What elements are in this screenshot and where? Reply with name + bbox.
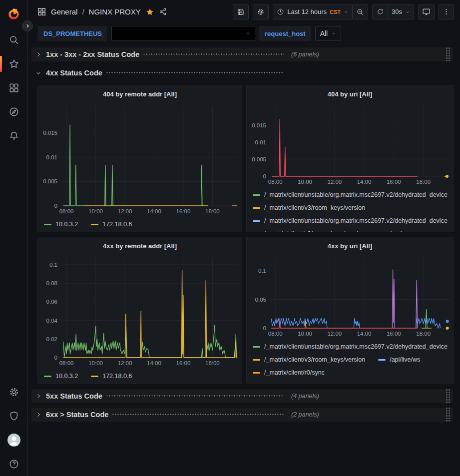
help-icon [8, 459, 19, 470]
legend-item[interactable]: 172.18.0.6 [91, 373, 132, 380]
search-icon [8, 34, 19, 45]
legend-item[interactable]: 172.18.0.6 [91, 221, 132, 228]
panel-title[interactable]: 404 by uri [All] [247, 85, 453, 102]
legend-item[interactable]: /_matrix/client/v3/room_keys/version [253, 204, 365, 211]
sidebar-item-server-admin[interactable] [0, 404, 28, 428]
zoom-out-icon [356, 8, 364, 16]
legend-item[interactable]: /_matrix/client/unstable/org.matrix.msc2… [253, 382, 448, 383]
dashboard-settings-button[interactable] [253, 4, 269, 19]
time-picker-group: Last 12 hours CST [273, 4, 368, 19]
timezone-label: CST [330, 9, 341, 15]
legend-item[interactable]: /_matrix/client/v3/room_keys/version [253, 230, 365, 232]
row-title: 4xx Status Code [46, 69, 102, 77]
svg-text:12:00: 12:00 [327, 179, 342, 185]
sidebar-item-profile[interactable] [0, 428, 28, 452]
svg-text:0.1: 0.1 [49, 262, 57, 268]
refresh-button[interactable] [372, 4, 388, 19]
zoom-out-time-button[interactable] [352, 4, 368, 19]
active-indicator [0, 56, 2, 72]
grafana-app: General / NGINX PROXY [0, 0, 460, 476]
dashboards-grid-icon [8, 82, 19, 93]
sidebar-item-explore[interactable] [0, 100, 28, 124]
legend-label: /_matrix/client/unstable/org.matrix.msc2… [264, 382, 448, 383]
time-range-picker[interactable]: Last 12 hours CST [273, 4, 353, 19]
row-drag-handle[interactable] [446, 408, 450, 422]
legend-row: /_matrix/client/v3/room_keys/version/sw.… [253, 227, 453, 232]
dotted-leader [112, 414, 284, 415]
panel-title[interactable]: 4xx by remote addr [All] [38, 237, 242, 254]
sidebar-item-starred[interactable] [0, 52, 28, 76]
legend-label: /sw.js [390, 230, 405, 232]
chart-plot[interactable]: 08:0010:0012:0014:0016:0018:0000.0050.01… [247, 102, 453, 186]
chevron-down-icon [405, 9, 410, 14]
legend-row: /_matrix/client/unstable/org.matrix.msc2… [253, 188, 453, 201]
panel-404-by-remote-addr: 404 by remote addr [All] 08:0010:0012:00… [37, 85, 242, 232]
refresh-interval-picker[interactable]: 30s [388, 4, 414, 19]
row-drag-handle[interactable] [446, 389, 450, 403]
legend-item[interactable]: /sw.js [378, 230, 405, 232]
favorite-star-icon[interactable] [145, 7, 154, 16]
row-title: 1xx - 3xx - 2xx Status Code [46, 50, 139, 58]
sidebar-item-search[interactable] [0, 28, 28, 52]
breadcrumb-folder[interactable]: General [51, 7, 77, 16]
shield-icon [8, 411, 19, 422]
panel-title[interactable]: 4xx by uri [All] [247, 237, 453, 254]
breadcrumb-dashboard-title[interactable]: NGINX PROXY [89, 7, 141, 16]
chart-plot[interactable]: 08:0010:0012:0014:0016:0018:0000.0050.01… [38, 102, 242, 216]
row-drag-handle[interactable] [446, 47, 450, 61]
more-options-button[interactable] [439, 4, 454, 19]
sidebar-item-configuration[interactable] [0, 380, 28, 404]
legend-label: /_matrix/client/v3/room_keys/version [264, 356, 365, 363]
legend-item[interactable]: /_matrix/client/unstable/org.matrix.msc2… [253, 191, 448, 198]
sidebar-expand-button[interactable] [22, 20, 33, 31]
svg-text:12:00: 12:00 [118, 208, 132, 214]
sidebar-item-dashboards[interactable] [0, 76, 28, 100]
legend-row: /_matrix/client/unstable/org.matrix.msc2… [253, 340, 453, 353]
chart-legend: 10.0.3.2172.18.0.6 [38, 368, 242, 383]
svg-text:12:00: 12:00 [118, 360, 132, 366]
svg-text:0.015: 0.015 [252, 122, 266, 128]
legend-label: /_matrix/client/unstable/org.matrix.msc2… [264, 191, 448, 198]
chevron-down-icon [344, 9, 349, 14]
dotted-leader [143, 53, 284, 55]
chart-plot[interactable]: 08:0010:0012:0014:0016:0018:0000.020.040… [38, 254, 242, 368]
variable-ds-label[interactable]: DS_PROMETHEUS [38, 26, 107, 41]
legend-item[interactable]: /_matrix/client/r0/sync [253, 369, 325, 376]
row-4xx[interactable]: 4xx Status Code [31, 66, 453, 80]
legend-item[interactable]: /_matrix/client/unstable/org.matrix.msc2… [253, 343, 448, 350]
sidebar-item-alerting[interactable] [0, 124, 28, 148]
svg-text:0.04: 0.04 [46, 318, 58, 324]
svg-text:16:00: 16:00 [176, 360, 191, 366]
dotted-leader [106, 395, 284, 397]
legend-item[interactable]: 10.0.3.2 [44, 221, 78, 228]
row-5xx[interactable]: 5xx Status Code (4 panels) [31, 389, 453, 403]
row-6xx[interactable]: 6xx > Status Code (2 panels) [31, 408, 453, 422]
chart-legend: /_matrix/client/unstable/org.matrix.msc2… [247, 186, 453, 232]
legend-row: 10.0.3.2172.18.0.6 [44, 370, 242, 383]
svg-text:18:00: 18:00 [205, 208, 220, 214]
variable-host-value-select[interactable]: All [315, 26, 342, 41]
variable-host-value: All [320, 29, 328, 37]
variable-ds-value-select[interactable] [111, 26, 255, 41]
svg-text:14:00: 14:00 [357, 179, 372, 185]
sidebar [0, 0, 28, 476]
svg-text:0.01: 0.01 [46, 154, 57, 160]
legend-item[interactable]: /api/live/ws [378, 356, 420, 363]
share-icon[interactable] [159, 7, 167, 16]
panel-title[interactable]: 404 by remote addr [All] [38, 85, 242, 102]
panel-row-1: 404 by remote addr [All] 08:0010:0012:00… [37, 85, 453, 232]
legend-item[interactable]: 10.0.3.2 [44, 373, 78, 380]
legend-swatch [253, 207, 260, 209]
variable-host-label[interactable]: request_host [259, 26, 311, 41]
save-dashboard-button[interactable] [233, 4, 249, 19]
legend-item[interactable]: /_matrix/client/unstable/org.matrix.msc2… [253, 217, 448, 224]
sidebar-item-help[interactable] [0, 452, 28, 476]
svg-text:14:00: 14:00 [357, 331, 372, 337]
dashboard-canvas: 1xx - 3xx - 2xx Status Code (6 panels) 4… [28, 43, 460, 476]
chart-plot[interactable]: 08:0010:0012:0014:0016:0018:0000.050.1 [247, 254, 453, 338]
cycle-view-mode-button[interactable] [418, 4, 435, 19]
apps-icon [37, 7, 46, 16]
legend-label: /_matrix/client/v3/room_keys/version [264, 204, 365, 211]
row-1xx-3xx-2xx[interactable]: 1xx - 3xx - 2xx Status Code (6 panels) [31, 47, 453, 61]
legend-item[interactable]: /_matrix/client/v3/room_keys/version [253, 356, 365, 363]
